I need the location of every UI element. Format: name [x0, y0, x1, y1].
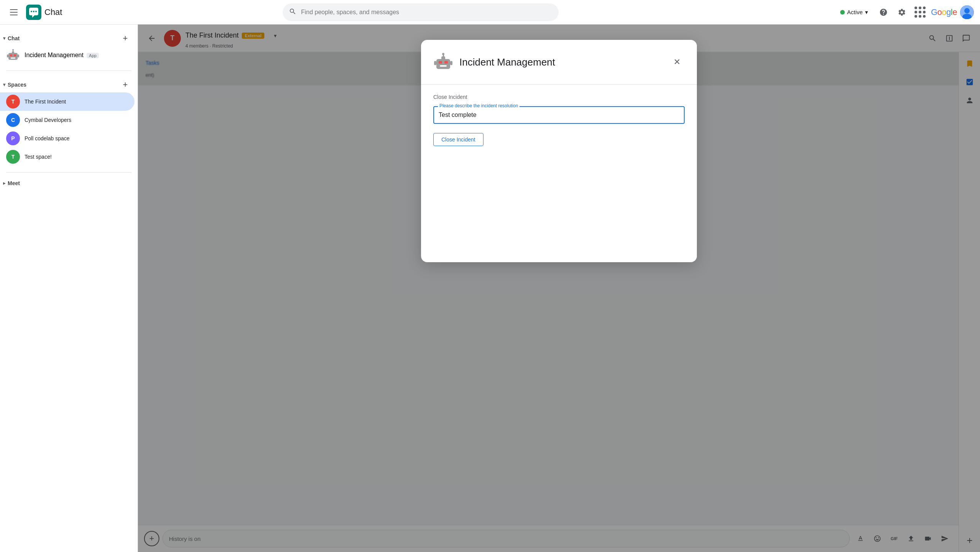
dialog-title: Incident Management: [459, 56, 555, 68]
dialog-robot-icon: [433, 52, 453, 72]
incident-resolution-field[interactable]: Please describe the incident resolution: [433, 106, 685, 124]
sidebar-divider: [6, 71, 131, 71]
dialog-section-label: Close Incident: [433, 94, 685, 100]
spaces-chevron-icon: ▾: [3, 82, 5, 87]
space-avatar-t1: T: [6, 95, 20, 108]
svg-point-5: [964, 8, 970, 13]
svg-rect-9: [14, 54, 16, 56]
main-layout: ▾ Chat +: [0, 0, 980, 552]
search-bar: [283, 3, 559, 21]
meet-section: ▸ Meet: [0, 176, 138, 191]
apps-button[interactable]: [913, 5, 928, 20]
dialog-close-button[interactable]: ✕: [669, 54, 685, 70]
svg-rect-14: [7, 54, 8, 58]
svg-rect-18: [444, 61, 448, 64]
search-input[interactable]: [283, 3, 559, 21]
sidebar-item-test-space[interactable]: T Test space!: [0, 148, 134, 166]
content-area: T The First Incident External ▾ 4 member…: [138, 25, 980, 552]
space-name-3: Poll codelab space: [25, 135, 70, 141]
svg-rect-23: [434, 61, 436, 65]
chat-section-header[interactable]: ▾ Chat +: [0, 31, 138, 46]
meet-section-label: Meet: [8, 180, 20, 186]
google-logo: Google: [931, 7, 957, 17]
sidebar-item-poll-codelab[interactable]: P Poll codelab space: [0, 129, 134, 148]
space-avatar-c: C: [6, 113, 20, 127]
svg-rect-7: [8, 53, 18, 60]
add-chat-button[interactable]: +: [119, 32, 131, 44]
meet-section-title: ▸ Meet: [3, 180, 20, 186]
svg-rect-19: [440, 65, 447, 67]
field-label: Please describe the incident resolution: [438, 103, 519, 108]
app-logo: Chat: [26, 5, 62, 20]
incident-management-dialog: Incident Management ✕ Close Incident Ple…: [421, 40, 697, 262]
help-button[interactable]: [876, 5, 891, 20]
user-avatar[interactable]: [960, 5, 974, 19]
meet-chevron-icon: ▸: [3, 181, 5, 186]
spaces-section-title: ▾ Spaces: [3, 82, 26, 88]
svg-rect-8: [10, 54, 12, 56]
chat-icon: [26, 5, 41, 20]
svg-rect-17: [439, 61, 442, 64]
settings-button[interactable]: [894, 5, 910, 20]
sidebar-item-incident-management[interactable]: Incident Management App: [0, 46, 134, 64]
app-title: Chat: [44, 7, 62, 17]
svg-rect-16: [436, 59, 450, 69]
chat-chevron-icon: ▾: [3, 36, 5, 41]
top-bar-right: Active ▾ Google: [836, 5, 974, 20]
svg-point-1: [31, 11, 32, 12]
meet-section-header[interactable]: ▸ Meet: [0, 179, 138, 188]
space-name-4: Test space!: [25, 154, 52, 160]
top-bar: Chat Active ▾: [0, 0, 980, 25]
svg-rect-24: [450, 61, 452, 65]
svg-point-2: [33, 11, 34, 12]
top-bar-left: Chat: [6, 5, 144, 20]
modal-overlay[interactable]: Incident Management ✕ Close Incident Ple…: [138, 25, 980, 552]
chat-section-title: ▾ Chat: [3, 35, 20, 41]
dialog-divider: [421, 84, 697, 85]
grid-icon: [914, 7, 926, 18]
chat-section: ▾ Chat +: [0, 28, 138, 67]
sidebar-item-cymbal-developers[interactable]: C Cymbal Developers: [0, 111, 134, 129]
sidebar-item-name: Incident Management: [25, 52, 84, 58]
spaces-section: ▾ Spaces + T The First Incident C Cymbal…: [0, 74, 138, 169]
chevron-down-icon: ▾: [865, 9, 868, 16]
dialog-header: Incident Management ✕: [433, 52, 685, 72]
chat-section-label: Chat: [8, 35, 20, 41]
status-label: Active: [847, 9, 863, 15]
svg-point-22: [442, 53, 444, 55]
spaces-section-label: Spaces: [8, 82, 26, 88]
robot-avatar: [6, 48, 20, 62]
spaces-section-header[interactable]: ▾ Spaces +: [0, 77, 138, 92]
menu-button[interactable]: [6, 5, 21, 20]
svg-rect-10: [11, 58, 15, 59]
status-button[interactable]: Active ▾: [836, 7, 873, 18]
space-avatar-p: P: [6, 131, 20, 145]
svg-rect-15: [18, 54, 19, 58]
close-incident-button[interactable]: Close Incident: [433, 133, 483, 146]
status-indicator: [840, 10, 845, 15]
add-space-button[interactable]: +: [119, 79, 131, 91]
space-avatar-t2: T: [6, 150, 20, 164]
dialog-title-row: Incident Management: [433, 52, 555, 72]
svg-point-13: [12, 49, 14, 51]
space-name-2: Cymbal Developers: [25, 117, 71, 123]
app-badge: App: [87, 53, 99, 58]
svg-rect-20: [441, 56, 445, 60]
sidebar-item-text: Incident Management App: [25, 52, 99, 59]
space-name-1: The First Incident: [25, 99, 66, 105]
resolution-input[interactable]: [439, 110, 679, 120]
sidebar-divider-2: [6, 172, 131, 172]
sidebar: ▾ Chat +: [0, 25, 138, 552]
search-icon: [289, 8, 297, 17]
svg-point-3: [35, 11, 37, 12]
sidebar-item-the-first-incident[interactable]: T The First Incident: [0, 92, 134, 111]
